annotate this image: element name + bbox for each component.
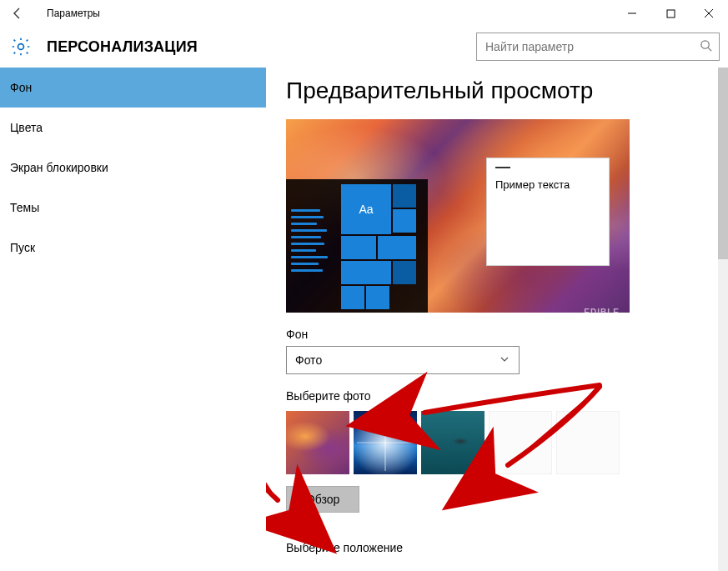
back-button[interactable] (0, 0, 35, 27)
preview-window: Пример текста (486, 158, 610, 266)
background-dropdown[interactable]: Фото (286, 346, 520, 374)
sidebar-item-label: Пуск (10, 241, 35, 254)
search-input[interactable] (484, 39, 695, 54)
browse-button[interactable]: Обзор (286, 486, 359, 513)
photo-thumb-2[interactable] (354, 411, 417, 474)
sidebar-item-label: Цвета (10, 121, 43, 134)
chevron-down-icon (499, 353, 510, 368)
window-title: Параметры (35, 8, 613, 19)
preview-tiles: Aa (341, 184, 421, 308)
sidebar-item-start[interactable]: Пуск (0, 228, 266, 268)
sidebar-item-label: Фон (10, 81, 32, 94)
close-icon (704, 8, 714, 18)
svg-point-2 (18, 44, 24, 50)
sidebar-item-background[interactable]: Фон (0, 68, 266, 108)
photo-thumbnails (286, 411, 708, 474)
close-button[interactable] (690, 0, 728, 27)
background-label: Фон (286, 328, 708, 341)
minimize-button[interactable] (613, 0, 651, 27)
section-title: ПЕРСОНАЛИЗАЦИЯ (47, 38, 198, 56)
scrollbar-track[interactable] (718, 68, 728, 571)
choose-photo-label: Выберите фото (286, 389, 708, 403)
sidebar-item-colors[interactable]: Цвета (0, 108, 266, 148)
svg-line-4 (708, 48, 711, 51)
preview-startmenu-list (291, 184, 336, 308)
fit-label: Выберите положение (286, 541, 708, 554)
search-icon (700, 39, 712, 54)
browse-button-label: Обзор (306, 493, 339, 506)
photo-thumb-5[interactable] (556, 411, 620, 474)
content-pane: Предварительный просмотр EDIBLE Aa (266, 68, 728, 571)
wallpaper-word: EDIBLE (584, 308, 620, 313)
sidebar-item-label: Экран блокировки (10, 161, 108, 174)
sidebar: Фон Цвета Экран блокировки Темы Пуск (0, 68, 266, 571)
sidebar-item-lockscreen[interactable]: Экран блокировки (0, 148, 266, 188)
maximize-icon (666, 9, 675, 18)
svg-point-3 (701, 41, 709, 48)
minimize-icon (627, 8, 637, 18)
preview-heading: Предварительный просмотр (286, 78, 708, 104)
preview-tile-aa: Aa (341, 184, 391, 234)
maximize-button[interactable] (651, 0, 690, 27)
sidebar-item-themes[interactable]: Темы (0, 188, 266, 228)
scrollbar-thumb[interactable] (718, 68, 728, 259)
svg-rect-1 (667, 10, 675, 18)
preview-startmenu: Aa (286, 179, 428, 313)
background-dropdown-value: Фото (295, 353, 322, 367)
photo-thumb-3[interactable] (421, 411, 484, 474)
photo-thumb-1[interactable] (286, 411, 349, 474)
preview-thumbnail: EDIBLE Aa Пример текста (286, 119, 630, 313)
gear-icon (7, 36, 35, 58)
sample-text: Пример текста (495, 178, 600, 191)
search-input-wrap[interactable] (476, 33, 720, 61)
arrow-left-icon (10, 6, 25, 21)
sidebar-item-label: Темы (10, 201, 39, 214)
photo-thumb-4[interactable] (489, 411, 552, 474)
